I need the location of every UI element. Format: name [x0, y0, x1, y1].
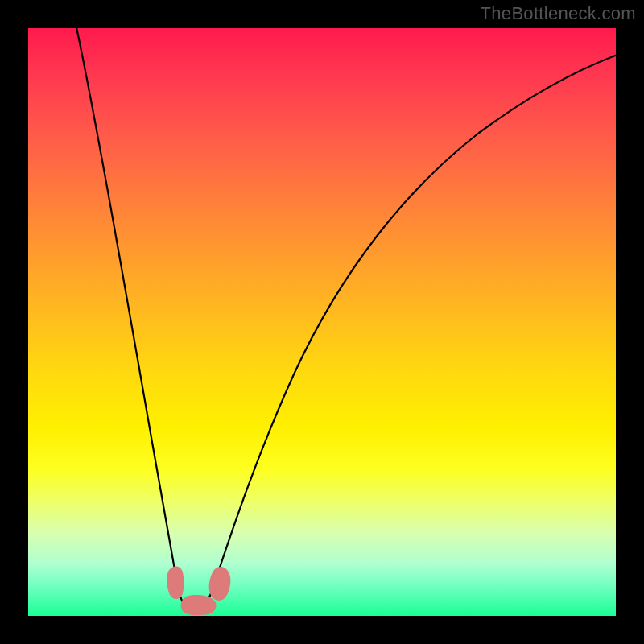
chart-plot-area	[28, 28, 616, 616]
bottleneck-curve	[28, 28, 616, 616]
marker-blob-right	[209, 567, 231, 601]
marker-blob-left	[167, 567, 184, 600]
marker-blob-bottom	[181, 595, 217, 615]
curve-path	[75, 28, 616, 613]
watermark-text: TheBottleneck.com	[481, 3, 636, 24]
